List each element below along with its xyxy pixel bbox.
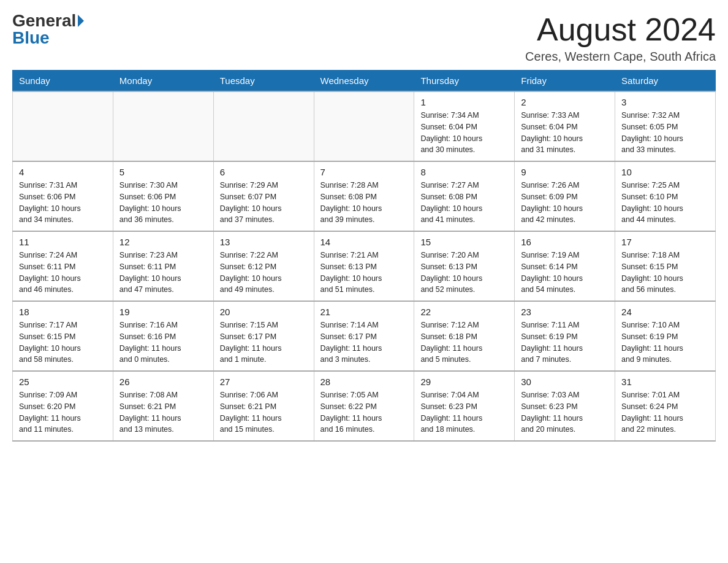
- day-number: 14: [320, 237, 408, 247]
- calendar-week-row-2: 4Sunrise: 7:31 AMSunset: 6:06 PMDaylight…: [13, 161, 716, 231]
- day-info: Sunrise: 7:33 AMSunset: 6:04 PMDaylight:…: [521, 110, 609, 156]
- logo-general-text: General: [12, 12, 76, 29]
- day-number: 4: [19, 167, 107, 177]
- day-number: 27: [220, 377, 308, 387]
- calendar-header-friday: Friday: [515, 71, 615, 92]
- calendar-cell-30: 30Sunrise: 7:03 AMSunset: 6:23 PMDayligh…: [515, 371, 615, 441]
- page-header: General Blue August 2024 Ceres, Western …: [12, 12, 716, 64]
- day-info: Sunrise: 7:20 AMSunset: 6:13 PMDaylight:…: [420, 250, 508, 296]
- day-info: Sunrise: 7:31 AMSunset: 6:06 PMDaylight:…: [19, 180, 107, 226]
- day-number: 24: [621, 307, 709, 317]
- calendar-cell-27: 27Sunrise: 7:06 AMSunset: 6:21 PMDayligh…: [213, 371, 314, 441]
- calendar-cell-empty-2: [213, 91, 314, 161]
- day-number: 9: [521, 167, 609, 177]
- calendar-cell-empty-1: [113, 91, 213, 161]
- day-number: 28: [320, 377, 408, 387]
- calendar-cell-25: 25Sunrise: 7:09 AMSunset: 6:20 PMDayligh…: [13, 371, 113, 441]
- day-info: Sunrise: 7:05 AMSunset: 6:22 PMDaylight:…: [320, 389, 408, 435]
- calendar-week-row-3: 11Sunrise: 7:24 AMSunset: 6:11 PMDayligh…: [13, 231, 716, 301]
- day-number: 22: [420, 307, 508, 317]
- calendar-cell-8: 8Sunrise: 7:27 AMSunset: 6:08 PMDaylight…: [414, 161, 515, 231]
- day-info: Sunrise: 7:29 AMSunset: 6:07 PMDaylight:…: [220, 180, 308, 226]
- day-info: Sunrise: 7:25 AMSunset: 6:10 PMDaylight:…: [621, 180, 709, 226]
- calendar-cell-31: 31Sunrise: 7:01 AMSunset: 6:24 PMDayligh…: [615, 371, 716, 441]
- calendar-table: SundayMondayTuesdayWednesdayThursdayFrid…: [12, 70, 716, 442]
- calendar-cell-2: 2Sunrise: 7:33 AMSunset: 6:04 PMDaylight…: [515, 91, 615, 161]
- day-info: Sunrise: 7:14 AMSunset: 6:17 PMDaylight:…: [320, 320, 408, 366]
- day-number: 19: [119, 307, 207, 317]
- day-info: Sunrise: 7:10 AMSunset: 6:19 PMDaylight:…: [621, 320, 709, 366]
- day-number: 5: [119, 167, 207, 177]
- logo: General Blue: [12, 12, 84, 47]
- day-info: Sunrise: 7:06 AMSunset: 6:21 PMDaylight:…: [220, 389, 308, 435]
- logo-arrow-icon: [78, 15, 84, 27]
- calendar-cell-15: 15Sunrise: 7:20 AMSunset: 6:13 PMDayligh…: [414, 231, 515, 301]
- location-title: Ceres, Western Cape, South Africa: [525, 50, 716, 64]
- day-number: 13: [220, 237, 308, 247]
- calendar-header-sunday: Sunday: [13, 71, 113, 92]
- day-number: 17: [621, 237, 709, 247]
- calendar-cell-5: 5Sunrise: 7:30 AMSunset: 6:06 PMDaylight…: [113, 161, 213, 231]
- day-number: 30: [521, 377, 609, 387]
- day-number: 25: [19, 377, 107, 387]
- day-number: 6: [220, 167, 308, 177]
- calendar-cell-24: 24Sunrise: 7:10 AMSunset: 6:19 PMDayligh…: [615, 301, 716, 371]
- calendar-cell-10: 10Sunrise: 7:25 AMSunset: 6:10 PMDayligh…: [615, 161, 716, 231]
- day-info: Sunrise: 7:21 AMSunset: 6:13 PMDaylight:…: [320, 250, 408, 296]
- day-number: 26: [119, 377, 207, 387]
- day-number: 10: [621, 167, 709, 177]
- day-number: 7: [320, 167, 408, 177]
- calendar-cell-22: 22Sunrise: 7:12 AMSunset: 6:18 PMDayligh…: [414, 301, 515, 371]
- calendar-cell-16: 16Sunrise: 7:19 AMSunset: 6:14 PMDayligh…: [515, 231, 615, 301]
- calendar-header-monday: Monday: [113, 71, 213, 92]
- day-number: 29: [420, 377, 508, 387]
- calendar-header-saturday: Saturday: [615, 71, 716, 92]
- calendar-cell-13: 13Sunrise: 7:22 AMSunset: 6:12 PMDayligh…: [213, 231, 314, 301]
- calendar-cell-11: 11Sunrise: 7:24 AMSunset: 6:11 PMDayligh…: [13, 231, 113, 301]
- day-number: 1: [420, 97, 508, 107]
- day-info: Sunrise: 7:32 AMSunset: 6:05 PMDaylight:…: [621, 110, 709, 156]
- day-number: 3: [621, 97, 709, 107]
- day-number: 20: [220, 307, 308, 317]
- day-number: 21: [320, 307, 408, 317]
- calendar-cell-26: 26Sunrise: 7:08 AMSunset: 6:21 PMDayligh…: [113, 371, 213, 441]
- calendar-cell-18: 18Sunrise: 7:17 AMSunset: 6:15 PMDayligh…: [13, 301, 113, 371]
- day-info: Sunrise: 7:09 AMSunset: 6:20 PMDaylight:…: [19, 389, 107, 435]
- day-number: 16: [521, 237, 609, 247]
- day-info: Sunrise: 7:03 AMSunset: 6:23 PMDaylight:…: [521, 389, 609, 435]
- day-info: Sunrise: 7:15 AMSunset: 6:17 PMDaylight:…: [220, 320, 308, 366]
- day-info: Sunrise: 7:01 AMSunset: 6:24 PMDaylight:…: [621, 389, 709, 435]
- logo-blue-text: Blue: [12, 29, 50, 47]
- day-info: Sunrise: 7:19 AMSunset: 6:14 PMDaylight:…: [521, 250, 609, 296]
- day-info: Sunrise: 7:23 AMSunset: 6:11 PMDaylight:…: [119, 250, 207, 296]
- day-number: 18: [19, 307, 107, 317]
- title-section: August 2024 Ceres, Western Cape, South A…: [525, 12, 716, 64]
- calendar-cell-17: 17Sunrise: 7:18 AMSunset: 6:15 PMDayligh…: [615, 231, 716, 301]
- day-info: Sunrise: 7:34 AMSunset: 6:04 PMDaylight:…: [420, 110, 508, 156]
- day-number: 11: [19, 237, 107, 247]
- calendar-cell-12: 12Sunrise: 7:23 AMSunset: 6:11 PMDayligh…: [113, 231, 213, 301]
- day-info: Sunrise: 7:16 AMSunset: 6:16 PMDaylight:…: [119, 320, 207, 366]
- calendar-week-row-1: 1Sunrise: 7:34 AMSunset: 6:04 PMDaylight…: [13, 91, 716, 161]
- calendar-cell-28: 28Sunrise: 7:05 AMSunset: 6:22 PMDayligh…: [314, 371, 414, 441]
- calendar-cell-20: 20Sunrise: 7:15 AMSunset: 6:17 PMDayligh…: [213, 301, 314, 371]
- day-info: Sunrise: 7:17 AMSunset: 6:15 PMDaylight:…: [19, 320, 107, 366]
- day-info: Sunrise: 7:08 AMSunset: 6:21 PMDaylight:…: [119, 389, 207, 435]
- calendar-cell-14: 14Sunrise: 7:21 AMSunset: 6:13 PMDayligh…: [314, 231, 414, 301]
- day-number: 23: [521, 307, 609, 317]
- calendar-header-thursday: Thursday: [414, 71, 515, 92]
- day-info: Sunrise: 7:22 AMSunset: 6:12 PMDaylight:…: [220, 250, 308, 296]
- calendar-header-tuesday: Tuesday: [213, 71, 314, 92]
- day-info: Sunrise: 7:18 AMSunset: 6:15 PMDaylight:…: [621, 250, 709, 296]
- calendar-cell-1: 1Sunrise: 7:34 AMSunset: 6:04 PMDaylight…: [414, 91, 515, 161]
- calendar-cell-23: 23Sunrise: 7:11 AMSunset: 6:19 PMDayligh…: [515, 301, 615, 371]
- day-number: 15: [420, 237, 508, 247]
- calendar-week-row-4: 18Sunrise: 7:17 AMSunset: 6:15 PMDayligh…: [13, 301, 716, 371]
- day-number: 2: [521, 97, 609, 107]
- calendar-cell-7: 7Sunrise: 7:28 AMSunset: 6:08 PMDaylight…: [314, 161, 414, 231]
- day-info: Sunrise: 7:27 AMSunset: 6:08 PMDaylight:…: [420, 180, 508, 226]
- day-number: 8: [420, 167, 508, 177]
- calendar-cell-9: 9Sunrise: 7:26 AMSunset: 6:09 PMDaylight…: [515, 161, 615, 231]
- calendar-cell-21: 21Sunrise: 7:14 AMSunset: 6:17 PMDayligh…: [314, 301, 414, 371]
- day-info: Sunrise: 7:24 AMSunset: 6:11 PMDaylight:…: [19, 250, 107, 296]
